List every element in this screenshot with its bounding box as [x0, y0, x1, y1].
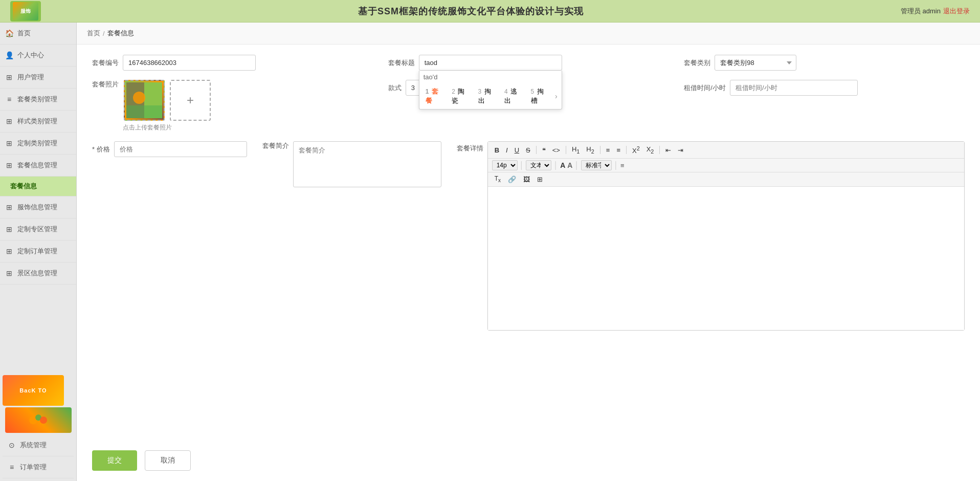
option-num-4: 5: [531, 88, 534, 95]
svg-point-2: [40, 417, 47, 424]
autocomplete-option-0[interactable]: 1 套餐: [424, 86, 446, 106]
package-title-label: 套餐标题: [388, 58, 415, 68]
editor-image-btn[interactable]: 🖼: [521, 174, 532, 184]
logo-image: 服饰: [13, 2, 38, 20]
editor-clear-btn[interactable]: Tx: [492, 174, 503, 184]
editor-strike-btn[interactable]: S: [523, 145, 533, 155]
sidebar-label-custom-category: 定制类别管理: [17, 139, 57, 148]
editor-code-btn[interactable]: <>: [550, 145, 563, 155]
rent-time-input[interactable]: [730, 80, 858, 96]
rent-time-label: 租借时间/小时: [684, 83, 726, 93]
autocomplete-option-3[interactable]: 4 逃出: [502, 86, 524, 106]
editor-h1-btn[interactable]: H1: [569, 144, 582, 156]
editor-bold-btn[interactable]: B: [492, 145, 502, 155]
content-area: 首页 / 套餐信息 套餐编号 套餐标题: [77, 23, 980, 481]
dot-icon: ⊙: [8, 441, 16, 449]
sidebar-item-home[interactable]: 🏠 首页: [0, 23, 76, 45]
sidebar-item-package-info-mgmt[interactable]: ⊞ 套餐信息管理: [0, 155, 76, 177]
home-icon: 🏠: [5, 29, 13, 37]
editor-divider-3: │: [574, 161, 579, 169]
autocomplete-option-1[interactable]: 2 陶瓷: [450, 86, 472, 106]
sidebar-item-park-info[interactable]: ⊞ 景区信息管理: [0, 263, 76, 285]
editor-link-btn[interactable]: 🔗: [505, 174, 519, 184]
editor-indent-right-btn[interactable]: ⇥: [675, 145, 686, 155]
sidebar-item-custom-zone[interactable]: ⊞ 定制专区管理: [0, 218, 76, 240]
user-label: 管理员 admin: [901, 7, 941, 16]
style-label: 款式: [388, 83, 402, 93]
sidebar-item-custom-order[interactable]: ⊞ 定制订单管理: [0, 240, 76, 263]
breadcrumb-home-link[interactable]: 首页: [87, 29, 100, 38]
sidebar-label-style-category: 样式类别管理: [17, 117, 57, 126]
uploaded-image[interactable]: [124, 80, 165, 121]
editor-ol-btn[interactable]: ≡: [604, 145, 613, 155]
upload-button[interactable]: +: [170, 80, 211, 121]
editor-divider-2: │: [553, 161, 558, 169]
editor-toolbar-2: 14px │ 文本 │ A A │: [488, 159, 964, 172]
editor-quote-btn[interactable]: ❝: [540, 145, 548, 155]
main-layout: 🏠 首页 👤 个人中心 ⊞ 用户管理 ≡ 套餐类别管理 ⊞ 样式类别管理 ⊞ 定…: [0, 23, 980, 481]
logout-link[interactable]: 退出登录: [943, 7, 970, 16]
editor-font-label-select[interactable]: 标准字体: [581, 160, 612, 170]
toolbar-sep-1: [536, 146, 537, 154]
package-category-select[interactable]: 套餐类别98: [715, 55, 796, 71]
editor-font-type-select[interactable]: 文本: [526, 160, 551, 170]
editor-indent-left-btn[interactable]: ⇤: [663, 145, 674, 155]
editor-underline-btn[interactable]: U: [512, 145, 522, 155]
editor-font-size-select[interactable]: 14px: [492, 160, 518, 170]
package-title-field: 套餐标题 tao'd 1 套餐: [388, 55, 669, 71]
autocomplete-option-2[interactable]: 3 掏出: [476, 86, 498, 106]
package-photo-label: 套餐照片: [92, 80, 119, 89]
back-to-area: BacK TO: [3, 375, 64, 406]
user-area: 管理员 admin 退出登录: [901, 7, 970, 16]
grid2-icon: ⊞: [5, 117, 13, 125]
sidebar-item-package-category[interactable]: ≡ 套餐类别管理: [0, 89, 76, 111]
package-no-input[interactable]: [123, 55, 256, 71]
autocomplete-option-4[interactable]: 5 掏槽: [529, 86, 551, 106]
editor-table-btn[interactable]: ⊞: [534, 174, 545, 184]
editor-ul-btn[interactable]: ≡: [614, 145, 623, 155]
sidebar-item-clothing-info[interactable]: ⊞ 服饰信息管理: [0, 196, 76, 218]
sidebar-bottom: BacK TO ⊙ 系统管理 ≡ 订单管理: [0, 373, 76, 481]
intro-textarea[interactable]: [293, 141, 441, 187]
dropdown-arrow[interactable]: ›: [555, 92, 558, 100]
editor-align-icon: ≡: [620, 162, 625, 169]
photo-thumbnail: [126, 82, 162, 118]
toolbar-sep-2: [566, 146, 566, 154]
grid3-icon: ⊞: [5, 139, 13, 147]
sidebar-item-sys-mgmt[interactable]: ⊙ 系统管理: [3, 434, 74, 456]
grid-icon: ⊞: [5, 73, 13, 81]
editor-divider-4: │: [614, 161, 618, 169]
package-no-label: 套餐编号: [92, 58, 119, 68]
sidebar-item-style-category[interactable]: ⊞ 样式类别管理: [0, 111, 76, 133]
package-title-input[interactable]: [419, 55, 562, 71]
rich-editor-body[interactable]: [488, 187, 964, 330]
sidebar-label-park-info: 景区信息管理: [17, 269, 57, 278]
form-area: 套餐编号 套餐标题 tao'd 1 套: [77, 45, 980, 440]
sidebar-item-profile[interactable]: 👤 个人中心: [0, 45, 76, 67]
editor-h2-btn[interactable]: H2: [584, 144, 596, 156]
autocomplete-options: 1 套餐 2 陶瓷 3 掏出: [419, 83, 562, 109]
sidebar-label-custom-order: 定制订单管理: [17, 247, 57, 256]
package-photo-field: 套餐照片 +: [92, 80, 373, 132]
detail-field: 套餐详情 B I U S ❝ <>: [457, 141, 965, 331]
sidebar-item-package-info[interactable]: 套餐信息: [0, 177, 76, 196]
price-input[interactable]: [114, 141, 247, 157]
grid5-icon: ⊞: [5, 203, 13, 211]
package-no-field: 套餐编号: [92, 55, 373, 71]
editor-subscript-btn[interactable]: X2: [644, 144, 657, 156]
header-left: 服饰: [10, 1, 41, 21]
editor-superscript-btn[interactable]: X2: [630, 144, 642, 156]
cancel-button[interactable]: 取消: [145, 450, 191, 471]
editor-italic-btn[interactable]: I: [503, 145, 510, 155]
submit-button[interactable]: 提交: [92, 450, 137, 471]
editor-color-A: A: [560, 161, 565, 169]
sidebar-item-order-mgmt[interactable]: ≡ 订单管理: [3, 456, 74, 478]
sidebar-label-sys-mgmt: 系统管理: [20, 441, 47, 450]
grid7-icon: ⊞: [5, 247, 13, 255]
sidebar-item-custom-category[interactable]: ⊞ 定制类别管理: [0, 133, 76, 155]
sidebar-label-package-info-mgmt: 套餐信息管理: [17, 161, 57, 170]
sidebar-item-user-mgmt[interactable]: ⊞ 用户管理: [0, 67, 76, 89]
sidebar-label-clothing-info: 服饰信息管理: [17, 203, 57, 212]
sidebar-label-order-mgmt: 订单管理: [20, 463, 47, 472]
price-field: * 价格: [92, 141, 247, 157]
